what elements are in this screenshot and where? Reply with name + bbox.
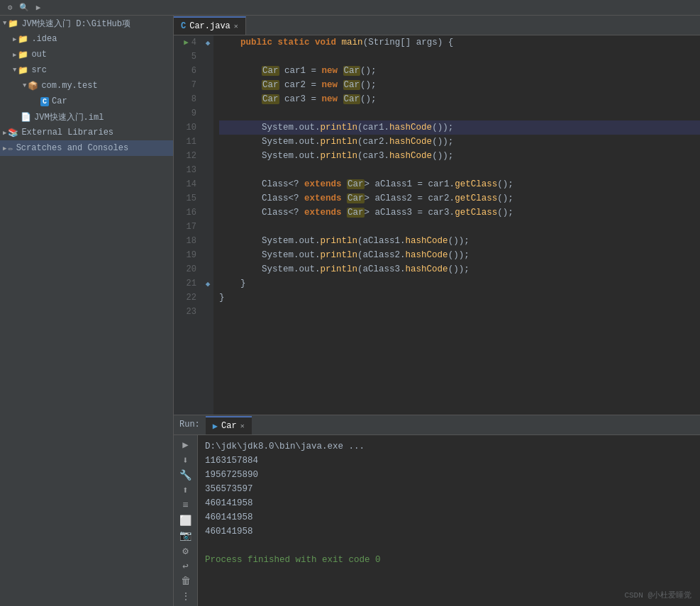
scroll-to-end-button[interactable]: ⬇ <box>177 453 195 466</box>
soft-wrap-button[interactable]: ⬜ <box>177 514 195 527</box>
top-toolbar: ⚙ 🔍 ▶ <box>0 0 700 16</box>
watermark: CSDN @小杜爱睡觉 <box>624 590 691 600</box>
gutter-15 <box>202 191 213 206</box>
code-line-19: System.out.println(aClass2.hashCode()); <box>219 248 700 262</box>
gutter-10 <box>202 120 213 135</box>
code-line-6: Car car1 = new Car(); <box>219 64 700 78</box>
code-line-14: Class<? extends Car> aClass1 = car1.getC… <box>219 177 700 191</box>
run-gutter-btn[interactable]: ▶ <box>184 35 189 50</box>
line-number-18: 18 <box>179 234 196 248</box>
code-line-23 <box>219 305 700 319</box>
code-line-18: System.out.println(aClass1.hashCode()); <box>219 234 700 248</box>
code-line-7: Car car2 = new Car(); <box>219 78 700 92</box>
line-number-14: 14 <box>179 177 196 191</box>
code-line-13 <box>219 163 700 177</box>
code-line-16: Class<? extends Car> aClass3 = car3.getC… <box>219 206 700 220</box>
output-line: 1956725890 <box>205 468 693 482</box>
run-panel-tabs: Run: ▶ Car ✕ <box>174 415 700 435</box>
gutter-13 <box>202 163 213 177</box>
toolbar-icon-1[interactable]: ⚙ <box>4 2 16 13</box>
line-number-21: 21 <box>179 276 196 291</box>
run-tab-label: Car <box>221 421 237 431</box>
gutter-20 <box>202 262 213 276</box>
editor-area: C Car.java ✕ ▶45678910111213141516171819… <box>174 16 700 606</box>
gutter-12 <box>202 149 213 163</box>
line-number-15: 15 <box>179 191 196 206</box>
sidebar-item-iml[interactable]: 📄JVM快速入门.iml <box>0 109 173 125</box>
sidebar-item-jvm-root[interactable]: ▼📁JVM快速入门 D:\GitHub项 <box>0 16 173 31</box>
run-panel: Run: ▶ Car ✕ ▶⬇🔧⬆≡⬜📷⚙↩🗑⋮ D:\jdk\jdk8.0\b… <box>174 415 700 606</box>
clear-button[interactable]: 🗑 <box>177 574 195 588</box>
line-number-22: 22 <box>179 291 196 305</box>
line-number-10: 10 <box>179 120 196 135</box>
sidebar-item-car[interactable]: CCar <box>0 94 173 109</box>
line-number-9: 9 <box>179 106 196 120</box>
restore-button[interactable]: ↩ <box>177 559 195 573</box>
gutter-21: ◆ <box>202 276 213 291</box>
code-content: public static void main(String[] args) {… <box>213 35 700 415</box>
line-number-4: ▶4 <box>179 35 196 50</box>
more-button[interactable]: ⋮ <box>177 590 195 603</box>
sidebar-item-com-my-test[interactable]: ▼📦com.my.test <box>0 78 173 94</box>
gutter-22 <box>202 291 213 305</box>
tab-class-icon: C <box>181 21 186 31</box>
code-line-8: Car car3 = new Car(); <box>219 92 700 106</box>
toolbar-icon-3[interactable]: ▶ <box>33 2 44 13</box>
editor-tabs: C Car.java ✕ <box>174 16 700 35</box>
code-line-11: System.out.println(car2.hashCode()); <box>219 135 700 149</box>
code-line-17 <box>219 220 700 234</box>
run-content: ▶⬇🔧⬆≡⬜📷⚙↩🗑⋮ D:\jdk\jdk8.0\bin\java.exe .… <box>174 435 700 606</box>
gutter-icons: ◆◆ <box>202 35 213 415</box>
sidebar-item-external-libs[interactable]: ▶📚External Libraries <box>0 125 173 140</box>
code-line-9 <box>219 106 700 120</box>
code-line-22: } <box>219 291 700 305</box>
run-output: D:\jdk\jdk8.0\bin\java.exe ...1163157884… <box>198 435 700 606</box>
bookmark-icon: ◆ <box>206 279 211 288</box>
code-line-12: System.out.println(car3.hashCode()); <box>219 149 700 163</box>
line-number-5: 5 <box>179 50 196 64</box>
code-line-4: public static void main(String[] args) { <box>219 35 700 50</box>
rerun-button[interactable]: ≡ <box>177 498 195 512</box>
line-number-12: 12 <box>179 149 196 163</box>
run-again-button[interactable]: ▶ <box>177 438 195 451</box>
main-area: ▼📁JVM快速入门 D:\GitHub项▶📁.idea▶📁out▼📁src▼📦c… <box>0 16 700 606</box>
line-number-11: 11 <box>179 135 196 149</box>
sidebar-item-scratches[interactable]: ▶✏Scratches and Consoles <box>0 140 173 156</box>
gutter-6 <box>202 64 213 78</box>
gutter-14 <box>202 177 213 191</box>
gutter-8 <box>202 92 213 106</box>
bookmark-icon: ◆ <box>206 38 211 47</box>
gutter-18 <box>202 234 213 248</box>
settings-button[interactable]: 🔧 <box>177 468 195 482</box>
sidebar-item-out[interactable]: ▶📁out <box>0 47 173 62</box>
output-line: 460141958 <box>205 510 693 524</box>
output-line: 1163157884 <box>205 454 693 468</box>
output-line: Process finished with exit code 0 <box>205 553 693 567</box>
settings2-button[interactable]: ⚙ <box>177 544 195 558</box>
gutter-7 <box>202 78 213 92</box>
gutter-16 <box>202 206 213 220</box>
print-button[interactable]: 📷 <box>177 529 195 542</box>
line-number-7: 7 <box>179 78 196 92</box>
code-line-10: System.out.println(car1.hashCode()); <box>219 120 700 135</box>
output-line: D:\jdk\jdk8.0\bin\java.exe ... <box>205 439 693 454</box>
output-line: 460141958 <box>205 524 693 539</box>
run-tab-close[interactable]: ✕ <box>240 422 245 430</box>
code-line-5 <box>219 50 700 64</box>
run-toolbar: ▶⬇🔧⬆≡⬜📷⚙↩🗑⋮ <box>174 435 198 606</box>
line-number-19: 19 <box>179 248 196 262</box>
tab-close-icon[interactable]: ✕ <box>234 22 238 30</box>
scroll-up-button[interactable]: ⬆ <box>177 483 195 497</box>
line-number-17: 17 <box>179 220 196 234</box>
output-line: 356573597 <box>205 482 693 496</box>
line-numbers: ▶4567891011121314151617181920212223 <box>174 35 202 415</box>
line-number-6: 6 <box>179 64 196 78</box>
tab-car-java[interactable]: C Car.java ✕ <box>174 16 246 35</box>
sidebar-item-idea[interactable]: ▶📁.idea <box>0 31 173 47</box>
code-line-20: System.out.println(aClass3.hashCode()); <box>219 262 700 276</box>
run-tab-car[interactable]: ▶ Car ✕ <box>206 416 252 434</box>
toolbar-icon-2[interactable]: 🔍 <box>18 2 30 13</box>
gutter-23 <box>202 305 213 319</box>
sidebar-item-src[interactable]: ▼📁src <box>0 62 173 78</box>
project-sidebar: ▼📁JVM快速入门 D:\GitHub项▶📁.idea▶📁out▼📁src▼📦c… <box>0 16 174 606</box>
